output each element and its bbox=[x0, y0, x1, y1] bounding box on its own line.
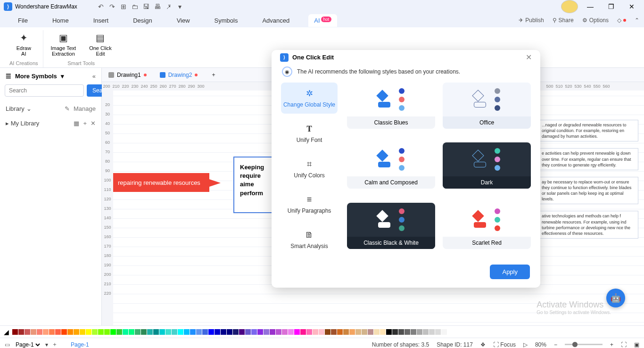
color-swatch[interactable] bbox=[221, 329, 226, 335]
color-swatch[interactable] bbox=[405, 329, 410, 335]
color-swatch[interactable] bbox=[165, 329, 171, 335]
color-swatch[interactable] bbox=[368, 329, 373, 335]
fit-page-icon[interactable]: ⛶ bbox=[621, 341, 627, 348]
redo-icon[interactable]: ↷ bbox=[107, 2, 117, 11]
color-swatch[interactable] bbox=[80, 329, 85, 335]
plus-icon[interactable]: + bbox=[83, 120, 87, 127]
color-swatch[interactable] bbox=[208, 329, 214, 335]
image-text-extraction-button[interactable]: ▣Image Text Extraction bbox=[48, 30, 79, 58]
minimize-icon[interactable]: — bbox=[582, 0, 599, 13]
color-swatch[interactable] bbox=[264, 329, 269, 335]
color-swatch[interactable] bbox=[429, 329, 435, 335]
sidebar-header[interactable]: ☰ More Symbols▾ « bbox=[0, 68, 101, 84]
print-icon[interactable]: 🖶 bbox=[153, 2, 162, 11]
collapse-sidebar-icon[interactable]: « bbox=[92, 73, 96, 80]
layers-icon[interactable]: ❖ bbox=[480, 341, 486, 348]
notification-icon[interactable]: ◇ bbox=[617, 17, 626, 24]
color-swatch[interactable] bbox=[172, 329, 177, 335]
zoom-in-icon[interactable]: + bbox=[610, 341, 613, 348]
user-avatar[interactable] bbox=[561, 0, 578, 13]
page-label[interactable]: Page-1 bbox=[71, 341, 89, 348]
save-icon[interactable]: 🖫 bbox=[141, 2, 151, 11]
color-swatch[interactable] bbox=[257, 329, 263, 335]
tab-design[interactable]: Design bbox=[127, 14, 157, 27]
my-library-row[interactable]: ▸ My Library ▦+✕ bbox=[0, 116, 101, 131]
option-unify-colors[interactable]: ⌗Unify Colors bbox=[281, 154, 338, 184]
color-swatch[interactable] bbox=[447, 329, 453, 335]
chat-fab-button[interactable]: 🤖 bbox=[606, 289, 625, 307]
color-swatch[interactable] bbox=[239, 329, 245, 335]
color-swatch[interactable] bbox=[343, 329, 349, 335]
edit-icon[interactable]: ✎ bbox=[65, 105, 70, 112]
color-swatch[interactable] bbox=[86, 329, 91, 335]
open-icon[interactable]: 🗀 bbox=[130, 2, 140, 11]
color-swatch[interactable] bbox=[61, 329, 67, 335]
color-swatch[interactable] bbox=[135, 329, 140, 335]
color-swatch[interactable] bbox=[43, 329, 49, 335]
color-swatch[interactable] bbox=[92, 329, 98, 335]
color-swatch[interactable] bbox=[123, 329, 128, 335]
tab-insert[interactable]: Insert bbox=[88, 14, 115, 27]
color-swatch[interactable] bbox=[184, 329, 190, 335]
undo-icon[interactable]: ↶ bbox=[96, 2, 106, 11]
text-blocks[interactable]: ...naged or degraded renewable resources… bbox=[539, 120, 638, 245]
style-calm-composed[interactable]: Calm and Composed bbox=[347, 142, 435, 189]
color-swatch[interactable] bbox=[55, 329, 61, 335]
color-swatch[interactable] bbox=[98, 329, 104, 335]
color-swatch[interactable] bbox=[435, 329, 441, 335]
color-swatch[interactable] bbox=[349, 329, 355, 335]
color-swatch[interactable] bbox=[116, 329, 122, 335]
color-swatch[interactable] bbox=[190, 329, 196, 335]
style-classic-blues[interactable]: Classic Blues bbox=[347, 83, 435, 129]
color-swatch[interactable] bbox=[110, 329, 116, 335]
style-scarlet-red[interactable]: Scarlet Red bbox=[443, 203, 531, 249]
text-block[interactable]: ative technologies and methods can help … bbox=[539, 211, 638, 239]
publish-button[interactable]: ✈ Publish bbox=[519, 17, 544, 24]
color-swatch[interactable] bbox=[319, 329, 324, 335]
options-button[interactable]: ⚙ Options bbox=[582, 17, 609, 24]
maximize-icon[interactable]: ❐ bbox=[603, 0, 619, 13]
fullscreen-icon[interactable]: ▣ bbox=[634, 341, 639, 348]
grid-icon[interactable]: ▦ bbox=[74, 120, 79, 127]
zoom-out-icon[interactable]: − bbox=[554, 341, 557, 348]
export-icon[interactable]: ⭷ bbox=[164, 2, 173, 11]
color-swatch[interactable] bbox=[129, 329, 134, 335]
search-input[interactable] bbox=[5, 84, 84, 97]
color-swatch[interactable] bbox=[245, 329, 251, 335]
color-swatch[interactable] bbox=[300, 329, 306, 335]
close-window-icon[interactable]: ✕ bbox=[623, 0, 640, 13]
color-swatch[interactable] bbox=[233, 329, 239, 335]
play-icon[interactable]: ▷ bbox=[523, 341, 528, 348]
color-swatch[interactable] bbox=[251, 329, 257, 335]
color-swatch[interactable] bbox=[67, 329, 73, 335]
color-swatch[interactable] bbox=[374, 329, 380, 335]
new-icon[interactable]: ⊞ bbox=[119, 2, 128, 11]
color-swatch[interactable] bbox=[355, 329, 361, 335]
color-swatch[interactable] bbox=[49, 329, 55, 335]
library-row[interactable]: Library⌄ ✎Manage bbox=[0, 101, 101, 116]
color-swatch[interactable] bbox=[441, 329, 447, 335]
close-dialog-icon[interactable]: ✕ bbox=[526, 53, 532, 62]
tab-file[interactable]: File bbox=[12, 14, 33, 27]
tab-view[interactable]: View bbox=[171, 14, 196, 27]
doctab-drawing2[interactable]: Drawing2 bbox=[153, 69, 205, 81]
color-swatch[interactable] bbox=[37, 329, 42, 335]
apply-button[interactable]: Apply bbox=[490, 265, 530, 279]
color-swatch[interactable] bbox=[31, 329, 36, 335]
color-swatch[interactable] bbox=[337, 329, 343, 335]
color-swatch[interactable] bbox=[288, 329, 294, 335]
color-swatch[interactable] bbox=[141, 329, 147, 335]
color-swatch[interactable] bbox=[153, 329, 159, 335]
tab-advanced[interactable]: Advanced bbox=[256, 14, 295, 27]
text-block[interactable]: ...naged or degraded renewable resources… bbox=[539, 120, 638, 141]
color-swatch[interactable] bbox=[423, 329, 429, 335]
paint-bucket-icon[interactable]: ◢ bbox=[4, 328, 9, 336]
color-swatch[interactable] bbox=[104, 329, 110, 335]
color-swatch[interactable] bbox=[331, 329, 337, 335]
doctab-drawing1[interactable]: Drawing1 bbox=[102, 69, 153, 81]
page-dropdown[interactable]: Page-1 bbox=[14, 341, 41, 348]
zoom-slider[interactable] bbox=[565, 344, 603, 345]
text-block[interactable]: e activities can help prevent renewable … bbox=[539, 148, 638, 170]
option-change-global-style[interactable]: ✲Change Global Style bbox=[281, 83, 338, 114]
color-swatch[interactable] bbox=[417, 329, 422, 335]
